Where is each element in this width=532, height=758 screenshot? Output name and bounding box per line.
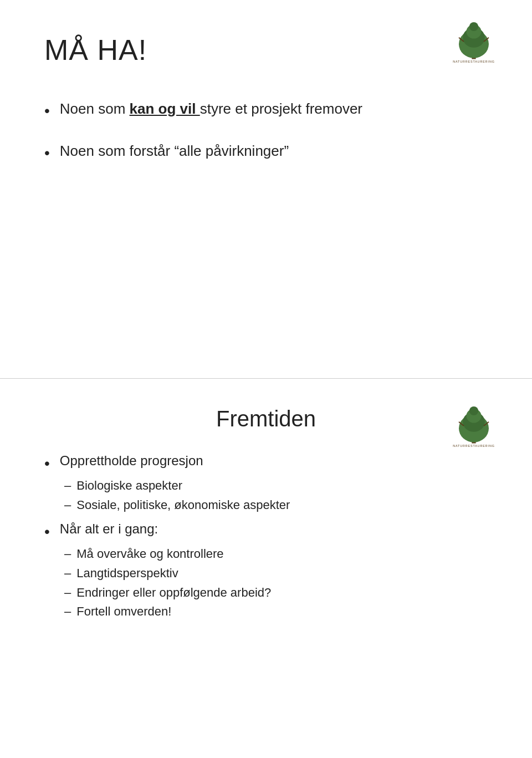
bullet-dot-2: •	[44, 143, 50, 163]
sub-text-2-2: Langtidsperspektiv	[76, 565, 178, 582]
logo-bottom: NATURRESTAURERING	[449, 401, 499, 451]
sub-item-2-2: – Langtidsperspektiv	[44, 565, 488, 582]
dash-1-2: –	[64, 497, 71, 514]
bottom-bullet-item-2: • Når alt er i gang:	[44, 520, 488, 542]
dash-2-4: –	[64, 603, 71, 620]
presentation-slides: NATURRESTAURERING MÅ HA! • Noen som kan …	[0, 0, 532, 758]
slide-top-title: MÅ HA!	[44, 33, 488, 67]
sub-text-2-1: Må overvåke og kontrollere	[76, 546, 223, 563]
dash-2-3: –	[64, 584, 71, 602]
svg-point-4	[469, 22, 478, 31]
top-bullet-text-1: Noen som kan og vil styre et prosjekt fr…	[60, 100, 362, 119]
sub-item-1-1: – Biologiske aspekter	[44, 477, 488, 495]
sub-list-2: – Må overvåke og kontrollere – Langtidsp…	[44, 546, 488, 620]
dash-1-1: –	[64, 477, 71, 495]
sub-text-2-4: Fortell omverden!	[76, 603, 171, 620]
sub-item-1-2: – Sosiale, politiske, økonomiske aspekte…	[44, 497, 488, 514]
bottom-bullet-text-1: Opprettholde progresjon	[60, 451, 203, 470]
sub-item-2-3: – Endringer eller oppfølgende arbeid?	[44, 584, 488, 602]
slide-top: NATURRESTAURERING MÅ HA! • Noen som kan …	[0, 0, 532, 379]
top-bullet-item-2: • Noen som forstår “alle påvirkninger”	[44, 142, 488, 163]
bullet-1-suffix: styre et prosjekt fremover	[200, 100, 362, 117]
top-bullet-list: • Noen som kan og vil styre et prosjekt …	[44, 100, 488, 164]
slide-bottom: NATURRESTAURERING Fremtiden • Oppretthol…	[0, 379, 532, 758]
svg-point-12	[469, 406, 478, 415]
sub-item-2-1: – Må overvåke og kontrollere	[44, 546, 488, 563]
bullet-1-prefix: Noen som	[60, 100, 130, 117]
sub-text-1-2: Sosiale, politiske, økonomiske aspekter	[76, 497, 290, 514]
bottom-bullet-list: • Opprettholde progresjon – Biologiske a…	[44, 451, 488, 620]
top-bullet-text-2: Noen som forstår “alle påvirkninger”	[60, 142, 289, 161]
bottom-bullet-text-2: Når alt er i gang:	[60, 520, 158, 538]
dash-2-1: –	[64, 546, 71, 563]
sub-list-1: – Biologiske aspekter – Sosiale, politis…	[44, 477, 488, 514]
bottom-bullet-dot-1: •	[44, 452, 50, 474]
bottom-bullet-item-1: • Opprettholde progresjon	[44, 451, 488, 474]
svg-text:NATURRESTAURERING: NATURRESTAURERING	[453, 60, 495, 63]
sub-text-1-1: Biologiske aspekter	[76, 477, 182, 495]
svg-text:NATURRESTAURERING: NATURRESTAURERING	[453, 444, 495, 447]
dash-2-2: –	[64, 565, 71, 582]
bullet-1-bold: kan og vil	[130, 100, 200, 117]
sub-text-2-3: Endringer eller oppfølgende arbeid?	[76, 584, 271, 602]
logo-top: NATURRESTAURERING	[449, 17, 499, 67]
top-bullet-item-1: • Noen som kan og vil styre et prosjekt …	[44, 100, 488, 121]
sub-item-2-4: – Fortell omverden!	[44, 603, 488, 620]
bottom-bullet-dot-2: •	[44, 521, 50, 542]
slide-bottom-title: Fremtiden	[44, 406, 488, 431]
bullet-dot-1: •	[44, 101, 50, 121]
